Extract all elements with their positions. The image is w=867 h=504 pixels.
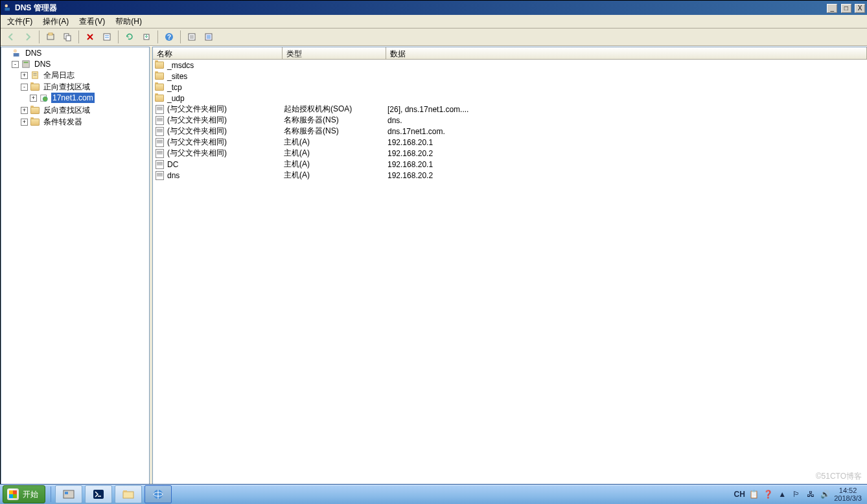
record-type: 主机(A) xyxy=(283,148,386,159)
record-icon xyxy=(154,104,165,115)
taskbar-clock[interactable]: 14:52 2018/3/3 xyxy=(834,487,862,502)
col-header-data[interactable]: 数据 xyxy=(386,47,867,59)
tree-conditional-forwarders[interactable]: + 条件转发器 xyxy=(21,117,149,127)
record-type: 主机(A) xyxy=(283,159,386,170)
toolbar-export[interactable] xyxy=(139,29,154,45)
record-row[interactable]: _sites xyxy=(153,71,867,82)
record-type: 主机(A) xyxy=(283,170,386,181)
record-name: (与父文件夹相同) xyxy=(167,126,227,137)
record-row[interactable]: (与父文件夹相同)主机(A)192.168.20.2 xyxy=(153,148,867,159)
toolbar-cut[interactable] xyxy=(43,29,58,45)
tree-server[interactable]: - DNS xyxy=(12,59,149,69)
record-data: dns.17net1.com. xyxy=(386,127,867,136)
toolbar-copy[interactable] xyxy=(60,29,75,45)
expand-icon[interactable]: + xyxy=(30,95,37,102)
record-name: _sites xyxy=(167,72,187,81)
start-button[interactable]: 开始 xyxy=(3,485,45,503)
tray-chevron[interactable]: ▲ xyxy=(777,489,787,499)
svg-rect-23 xyxy=(24,62,29,63)
close-button[interactable]: X xyxy=(855,4,865,13)
record-type: 名称服务器(NS) xyxy=(283,126,386,137)
expand-icon[interactable]: + xyxy=(21,107,28,114)
clock-time: 14:52 xyxy=(834,487,862,494)
record-row[interactable]: DC主机(A)192.168.20.1 xyxy=(153,159,867,170)
tray-flag-icon[interactable]: 🏳 xyxy=(791,489,802,499)
toolbar-nav-fwd xyxy=(20,29,36,45)
toolbar-properties[interactable] xyxy=(99,29,115,45)
tree-reverse-zones[interactable]: + 反向查找区域 xyxy=(21,105,149,115)
toolbar-separator xyxy=(78,30,79,43)
record-row[interactable]: _tcp xyxy=(153,82,867,93)
tree-root-dns[interactable]: DNS xyxy=(3,48,149,58)
tree-zone-17net1[interactable]: + 17net1.com xyxy=(30,93,149,103)
svg-point-0 xyxy=(5,5,8,8)
folder-icon xyxy=(30,117,40,127)
tree-global-log-label: 全局日志 xyxy=(42,69,76,82)
record-row[interactable]: dns主机(A)192.168.20.2 xyxy=(153,170,867,181)
expand-icon[interactable]: + xyxy=(21,119,28,126)
col-header-name[interactable]: 名称 xyxy=(153,47,283,59)
collapse-icon[interactable]: - xyxy=(12,61,19,68)
toolbar-extra1[interactable] xyxy=(184,29,200,45)
list-body[interactable]: _msdcs_sites_tcp_udp(与父文件夹相同)起始授权机构(SOA)… xyxy=(153,60,867,492)
toolbar-extra2[interactable] xyxy=(201,29,216,45)
tray-network-icon[interactable]: 🖧 xyxy=(805,489,816,499)
tray-icon-help[interactable]: ❓ xyxy=(763,489,773,499)
record-type: 主机(A) xyxy=(283,137,386,148)
record-row[interactable]: _udp xyxy=(153,93,867,104)
svg-point-28 xyxy=(43,97,47,101)
svg-rect-6 xyxy=(104,34,110,40)
record-data: dns. xyxy=(386,116,867,125)
tree-zone-label: 17net1.com xyxy=(51,93,95,103)
record-row[interactable]: (与父文件夹相同)名称服务器(NS)dns.17net1.com. xyxy=(153,126,867,137)
record-row[interactable]: _msdcs xyxy=(153,60,867,71)
minimize-button[interactable]: _ xyxy=(827,4,837,13)
svg-rect-21 xyxy=(14,53,19,56)
expand-icon[interactable]: + xyxy=(21,72,28,79)
record-row[interactable]: (与父文件夹相同)主机(A)192.168.20.1 xyxy=(153,137,867,148)
taskbar-dns-manager[interactable] xyxy=(144,485,172,503)
tray-volume-icon[interactable]: 🔊 xyxy=(820,489,830,499)
tree-global-log[interactable]: + 全局日志 xyxy=(21,70,149,80)
record-row[interactable]: (与父文件夹相同)名称服务器(NS)dns. xyxy=(153,115,867,126)
collapse-icon[interactable]: - xyxy=(21,84,28,91)
svg-rect-22 xyxy=(23,61,30,68)
record-name: _msdcs xyxy=(167,61,194,70)
toolbar-delete[interactable] xyxy=(82,29,98,45)
record-row[interactable]: (与父文件夹相同)起始授权机构(SOA)[26], dns.17net1.com… xyxy=(153,104,867,115)
svg-point-20 xyxy=(14,49,17,52)
ime-indicator[interactable]: CH xyxy=(734,489,745,499)
menu-action[interactable]: 操作(A) xyxy=(38,15,74,29)
record-name: (与父文件夹相同) xyxy=(167,115,227,126)
titlebar[interactable]: DNS 管理器 _ □ X xyxy=(1,1,867,15)
folder-icon xyxy=(154,71,165,82)
scope-tree[interactable]: DNS - DNS + xyxy=(1,47,150,492)
record-name: (与父文件夹相同) xyxy=(167,137,227,148)
menu-view[interactable]: 查看(V) xyxy=(74,15,110,29)
record-icon xyxy=(154,126,165,137)
tray-icon-1[interactable]: 📋 xyxy=(748,489,759,499)
taskbar-server-manager[interactable] xyxy=(55,485,82,503)
list-header: 名称 类型 数据 xyxy=(153,47,867,60)
taskbar-explorer[interactable] xyxy=(115,485,142,503)
toolbar-refresh[interactable] xyxy=(122,29,137,45)
col-header-type[interactable]: 类型 xyxy=(283,47,386,59)
menu-file[interactable]: 文件(F) xyxy=(2,15,38,29)
tree-forward-zones[interactable]: - 正向查找区域 xyxy=(21,82,149,92)
record-name: DC xyxy=(167,160,178,169)
toolbar-help[interactable]: ? xyxy=(161,29,177,45)
start-label: 开始 xyxy=(23,489,38,500)
folder-icon xyxy=(30,82,40,92)
maximize-button[interactable]: □ xyxy=(841,4,851,13)
record-icon xyxy=(154,148,165,159)
menu-help[interactable]: 帮助(H) xyxy=(110,15,147,29)
record-icon xyxy=(154,115,165,126)
tree-rev-zone-label: 反向查找区域 xyxy=(42,104,91,117)
taskbar-powershell[interactable] xyxy=(85,485,112,503)
records-list: 名称 类型 数据 _msdcs_sites_tcp_udp(与父文件夹相同)起始… xyxy=(152,47,867,492)
tree-root-label: DNS xyxy=(24,48,43,58)
system-tray: CH 📋 ❓ ▲ 🏳 🖧 🔊 14:52 2018/3/3 xyxy=(729,485,867,504)
clock-date: 2018/3/3 xyxy=(834,494,862,502)
folder-icon xyxy=(154,93,165,104)
record-name: _udp xyxy=(167,94,185,103)
